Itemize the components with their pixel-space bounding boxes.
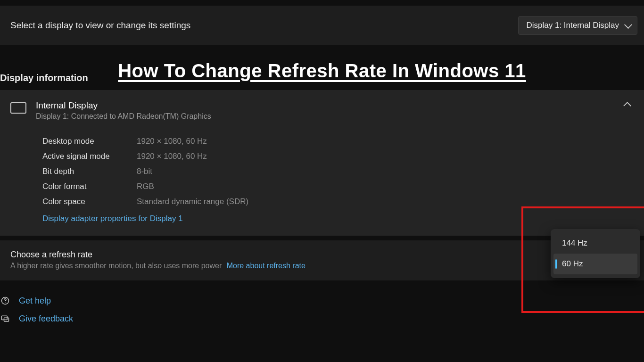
display-information-card[interactable]: Internal Display Display 1: Connected to… bbox=[0, 90, 644, 236]
refresh-rate-dropdown-popup: 144 Hz 60 Hz bbox=[551, 229, 640, 278]
property-row: Color format RGB bbox=[42, 179, 632, 194]
display-selector-value: Display 1: Internal Display bbox=[526, 21, 619, 30]
property-value: 1920 × 1080, 60 Hz bbox=[137, 137, 207, 146]
property-value: 8-bit bbox=[137, 167, 152, 176]
display-selector-label: Select a display to view or change its s… bbox=[10, 20, 190, 31]
get-help-row: Get help bbox=[0, 292, 644, 310]
refresh-rate-option-60[interactable]: 60 Hz bbox=[553, 254, 637, 274]
property-row: Color space Standard dynamic range (SDR) bbox=[42, 194, 632, 209]
feedback-icon bbox=[0, 313, 10, 324]
property-value: 1920 × 1080, 60 Hz bbox=[137, 152, 207, 161]
property-label: Bit depth bbox=[42, 167, 137, 176]
property-label: Color format bbox=[42, 182, 137, 191]
property-row: Active signal mode 1920 × 1080, 60 Hz bbox=[42, 149, 632, 164]
property-row: Bit depth 8-bit bbox=[42, 164, 632, 179]
adapter-properties-link[interactable]: Display adapter properties for Display 1 bbox=[42, 209, 183, 231]
display-selector-row: Select a display to view or change its s… bbox=[0, 6, 644, 45]
give-feedback-row: Give feedback bbox=[0, 310, 644, 328]
property-value: RGB bbox=[137, 182, 154, 191]
tutorial-overlay-title: How To Change Refresh Rate In Windows 11 bbox=[0, 60, 644, 82]
help-icon bbox=[0, 296, 10, 306]
refresh-rate-subtitle: A higher rate gives smoother motion, but… bbox=[10, 262, 634, 270]
display-selector-dropdown[interactable]: Display 1: Internal Display bbox=[518, 16, 637, 35]
display-properties: Desktop mode 1920 × 1080, 60 Hz Active s… bbox=[10, 121, 632, 231]
display-name: Internal Display bbox=[36, 100, 211, 111]
refresh-rate-option-144[interactable]: 144 Hz bbox=[553, 233, 637, 254]
property-row: Desktop mode 1920 × 1080, 60 Hz bbox=[42, 134, 632, 149]
property-label: Color space bbox=[42, 197, 137, 206]
property-label: Desktop mode bbox=[42, 137, 137, 146]
give-feedback-link[interactable]: Give feedback bbox=[19, 314, 73, 324]
property-value: Standard dynamic range (SDR) bbox=[137, 197, 248, 206]
refresh-rate-row: Choose a refresh rate A higher rate give… bbox=[0, 240, 644, 280]
refresh-rate-subtitle-text: A higher rate gives smoother motion, but… bbox=[10, 262, 222, 270]
property-label: Active signal mode bbox=[42, 152, 137, 161]
chevron-down-icon bbox=[624, 21, 632, 29]
display-connection: Display 1: Connected to AMD Radeon(TM) G… bbox=[36, 112, 211, 121]
more-about-refresh-rate-link[interactable]: More about refresh rate bbox=[227, 262, 305, 270]
monitor-icon bbox=[10, 102, 26, 114]
refresh-rate-title: Choose a refresh rate bbox=[10, 250, 634, 260]
svg-point-1 bbox=[5, 302, 6, 303]
get-help-link[interactable]: Get help bbox=[19, 296, 51, 306]
help-block: Get help Give feedback bbox=[0, 280, 644, 328]
